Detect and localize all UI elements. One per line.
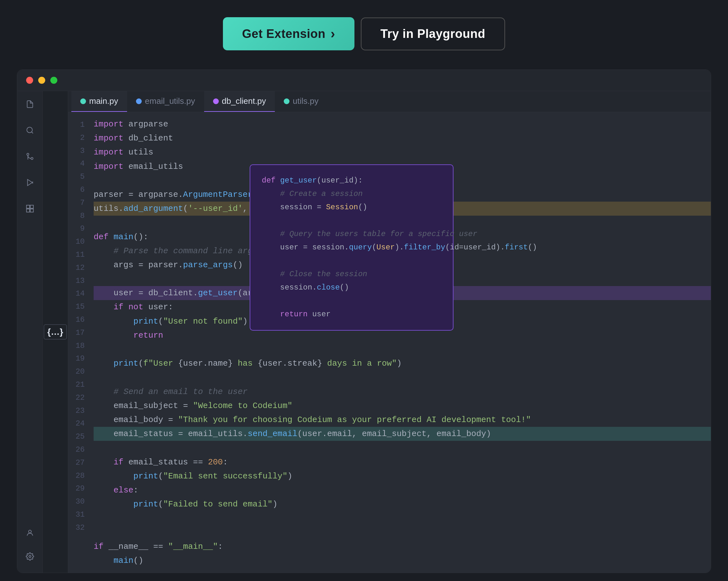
ide-window: {…} main.py email_utils.py db_client.py (17, 70, 711, 573)
code-line-25: if email_status == 200: (94, 455, 711, 469)
popup-line-7 (262, 254, 441, 268)
try-playground-label: Try in Playground (381, 27, 485, 41)
code-line-32: main() (94, 554, 711, 567)
code-line-2: import db_client (94, 131, 711, 145)
code-line-17 (94, 343, 711, 356)
popup-line-9: session.close() (262, 281, 441, 294)
code-popup: def get_user(user_id): # Create a sessio… (250, 165, 453, 331)
tab-email-utils-py[interactable]: email_utils.py (127, 91, 204, 112)
svg-point-10 (28, 530, 31, 533)
svg-point-11 (29, 556, 31, 558)
traffic-light-red[interactable] (26, 77, 33, 84)
svg-line-1 (31, 132, 33, 133)
top-buttons-bar: Get Extension › Try in Playground (223, 17, 505, 50)
popup-line-8: # Close the session (262, 268, 441, 281)
popup-line-11: return user (262, 308, 441, 321)
ide-body: {…} main.py email_utils.py db_client.py (17, 91, 711, 573)
traffic-light-green[interactable] (50, 77, 57, 84)
sidebar-item-run-debug[interactable] (23, 176, 36, 189)
tab-icon-email-utils-py (136, 98, 142, 104)
code-line-27: else: (94, 483, 711, 497)
svg-point-3 (27, 153, 29, 155)
svg-rect-6 (26, 205, 30, 208)
tab-utils-py[interactable]: utils.py (275, 91, 328, 112)
tab-icon-db-client-py (213, 98, 219, 104)
left-sidebar: {…} (17, 91, 68, 573)
json-panel: {…} (43, 91, 68, 573)
sidebar-item-files[interactable] (23, 98, 36, 111)
code-line-3: import utils (94, 145, 711, 159)
code-line-29 (94, 511, 711, 525)
svg-rect-8 (26, 209, 30, 212)
tab-label-db-client-py: db_client.py (222, 96, 266, 106)
sidebar-bottom-icons (23, 526, 36, 573)
svg-point-0 (27, 127, 32, 132)
popup-line-5: # Query the users table for a specific u… (262, 227, 441, 241)
tab-label-main-py: main.py (89, 96, 118, 106)
code-line-1: import argparse (94, 117, 711, 131)
svg-rect-7 (30, 205, 33, 208)
tab-label-email-utils-py: email_utils.py (145, 96, 195, 106)
svg-marker-4 (27, 179, 32, 186)
svg-rect-9 (30, 209, 33, 212)
sidebar-item-extensions[interactable] (23, 202, 36, 215)
get-extension-button[interactable]: Get Extension › (223, 17, 355, 50)
sidebar-item-source-control[interactable] (23, 150, 36, 163)
popup-line-4 (262, 214, 441, 227)
code-area[interactable]: 12345 678910 1112131415 1617181920 21222… (68, 112, 711, 573)
popup-line-2: # Create a session (262, 187, 441, 201)
sidebar-item-search[interactable] (23, 124, 36, 137)
activity-bar (17, 91, 43, 573)
line-numbers: 12345 678910 1112131415 1617181920 21222… (68, 117, 90, 567)
popup-line-10 (262, 294, 441, 308)
editor-tabs: main.py email_utils.py db_client.py util… (68, 91, 711, 112)
popup-line-1: def get_user(user_id): (262, 174, 441, 187)
traffic-light-yellow[interactable] (38, 77, 45, 84)
tab-db-client-py[interactable]: db_client.py (204, 91, 275, 112)
code-content: import argparse import db_client import … (90, 117, 711, 567)
tab-icon-main-py (80, 98, 86, 104)
title-bar (17, 70, 711, 91)
editor-area: main.py email_utils.py db_client.py util… (68, 91, 711, 573)
tab-icon-utils-py (284, 98, 289, 104)
chevron-icon: › (331, 26, 335, 42)
sidebar-item-account[interactable] (23, 526, 36, 539)
code-line-24 (94, 441, 711, 455)
svg-point-2 (31, 157, 33, 159)
tab-main-py[interactable]: main.py (71, 91, 127, 112)
code-line-28: print("Failed to send email") (94, 497, 711, 511)
code-line-21: email_subject = "Welcome to Codeium" (94, 399, 711, 413)
bracket-icon: {…} (44, 324, 67, 339)
code-line-23: email_status = email_utils.send_email(us… (94, 427, 711, 441)
try-playground-button[interactable]: Try in Playground (361, 18, 505, 50)
code-line-20: # Send an email to the user (94, 385, 711, 399)
popup-line-6: user = session.query(User).filter_by(id=… (262, 241, 441, 254)
code-line-30 (94, 525, 711, 539)
get-extension-label: Get Extension (242, 27, 326, 41)
tab-label-utils-py: utils.py (293, 96, 318, 106)
code-line-31: if __name__ == "__main__": (94, 539, 711, 554)
code-line-26: print("Email sent successfully") (94, 469, 711, 483)
code-line-19 (94, 371, 711, 384)
popup-line-3: session = Session() (262, 201, 441, 214)
sidebar-item-settings[interactable] (23, 550, 36, 563)
code-line-22: email_body = "Thank you for choosing Cod… (94, 413, 711, 427)
code-line-18: print(f"User {user.name} has {user.strea… (94, 356, 711, 371)
